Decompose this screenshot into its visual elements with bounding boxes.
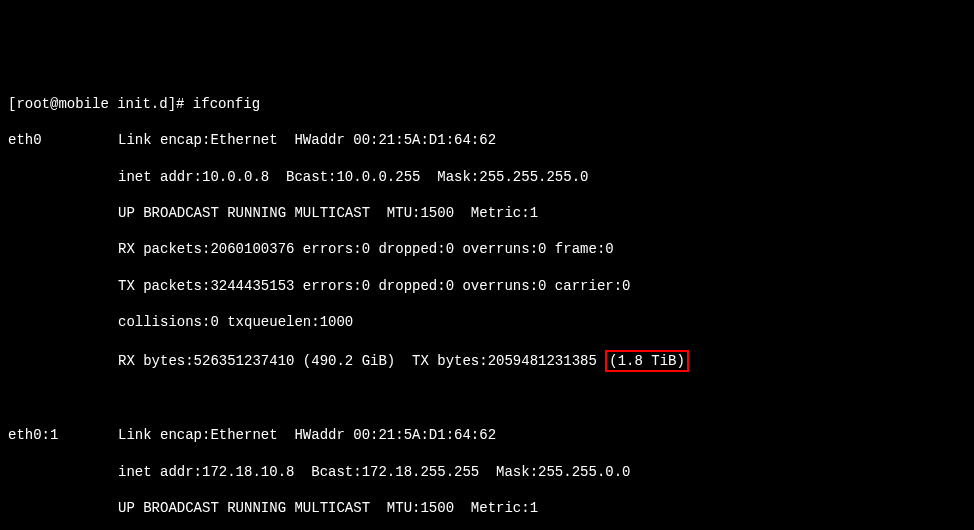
iface-detail: Link encap:Ethernet HWaddr 00:21:5A:D1:6… [118, 427, 513, 443]
iface-eth0-row6: collisions:0 txqueuelen:1000 [8, 313, 966, 331]
indent [8, 499, 118, 517]
iface-detail: UP BROADCAST RUNNING MULTICAST MTU:1500 … [118, 205, 538, 221]
indent [8, 240, 118, 258]
terminal-output: [root@mobile init.d]# ifconfig eth0Link … [8, 77, 966, 530]
iface-detail: TX packets:3244435153 errors:0 dropped:0… [118, 278, 630, 294]
indent [8, 350, 118, 368]
indent [8, 463, 118, 481]
iface-detail: Link encap:Ethernet HWaddr 00:21:5A:D1:6… [118, 132, 513, 148]
iface-name: eth0 [8, 131, 118, 149]
iface-eth0-1-row1: eth0:1Link encap:Ethernet HWaddr 00:21:5… [8, 426, 966, 444]
iface-name: eth0:1 [8, 426, 118, 444]
prompt-line-1: [root@mobile init.d]# ifconfig [8, 95, 966, 113]
iface-eth0-1-row2: inet addr:172.18.10.8 Bcast:172.18.255.2… [8, 463, 966, 481]
iface-detail: collisions:0 txqueuelen:1000 [118, 314, 362, 330]
iface-eth0-row7: RX bytes:526351237410 (490.2 GiB) TX byt… [8, 350, 966, 372]
iface-eth0-row2: inet addr:10.0.0.8 Bcast:10.0.0.255 Mask… [8, 168, 966, 186]
tx-bytes-highlight: (1.8 TiB) [605, 350, 689, 372]
indent [8, 313, 118, 331]
iface-eth0-row5: TX packets:3244435153 errors:0 dropped:0… [8, 277, 966, 295]
iface-eth0-row3: UP BROADCAST RUNNING MULTICAST MTU:1500 … [8, 204, 966, 222]
iface-detail: RX packets:2060100376 errors:0 dropped:0… [118, 241, 614, 257]
blank-line [8, 390, 966, 408]
shell-prompt: [root@mobile init.d]# [8, 96, 193, 112]
indent [8, 204, 118, 222]
iface-eth0-row1: eth0Link encap:Ethernet HWaddr 00:21:5A:… [8, 131, 966, 149]
iface-detail: inet addr:10.0.0.8 Bcast:10.0.0.255 Mask… [118, 169, 588, 185]
iface-detail: RX bytes:526351237410 (490.2 GiB) TX byt… [118, 353, 605, 369]
indent [8, 277, 118, 295]
iface-detail: inet addr:172.18.10.8 Bcast:172.18.255.2… [118, 464, 630, 480]
iface-detail: UP BROADCAST RUNNING MULTICAST MTU:1500 … [118, 500, 538, 516]
iface-eth0-row4: RX packets:2060100376 errors:0 dropped:0… [8, 240, 966, 258]
command-text: ifconfig [193, 96, 260, 112]
indent [8, 168, 118, 186]
iface-eth0-1-row3: UP BROADCAST RUNNING MULTICAST MTU:1500 … [8, 499, 966, 517]
